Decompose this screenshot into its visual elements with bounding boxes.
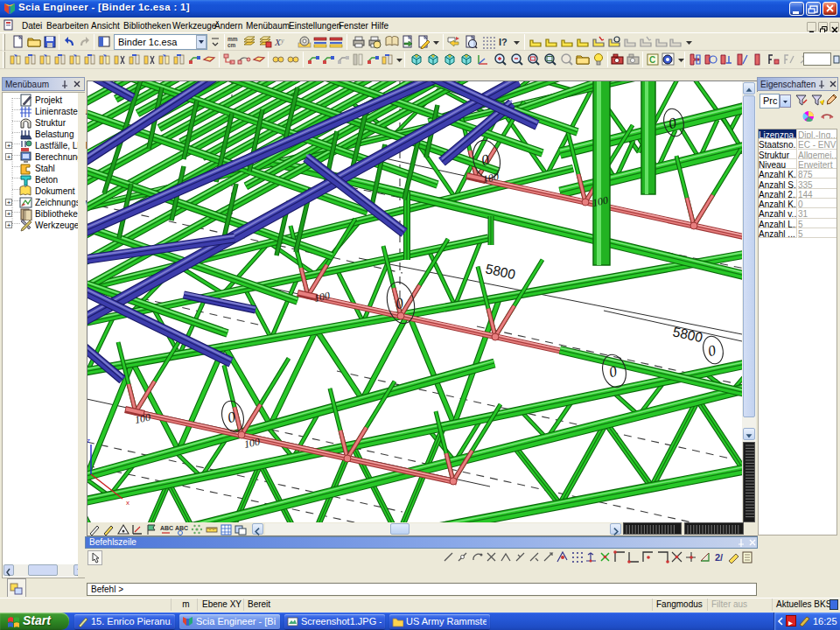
svg-text:mm: mm (228, 36, 238, 42)
svg-text:z: z (88, 437, 90, 444)
svg-text:y: y (280, 37, 284, 45)
svg-text:C: C (649, 55, 655, 65)
svg-text:2/: 2/ (715, 552, 723, 563)
svg-text:cm: cm (228, 42, 236, 48)
svg-text:x: x (126, 499, 130, 507)
svg-text:ABC: ABC (175, 525, 188, 531)
svg-text:I?: I? (499, 37, 508, 47)
svg-text:ABC: ABC (160, 525, 173, 531)
